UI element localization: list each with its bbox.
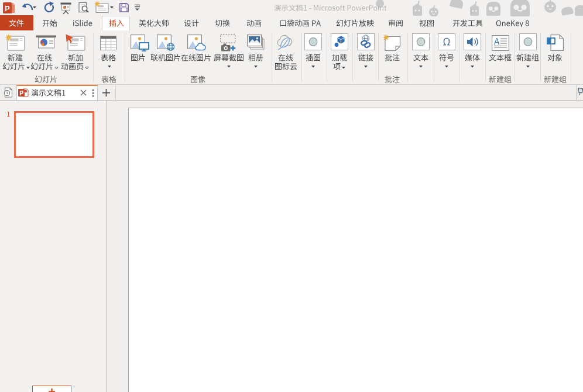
svg-text:P: P xyxy=(20,90,24,97)
svg-text:P: P xyxy=(5,4,10,13)
